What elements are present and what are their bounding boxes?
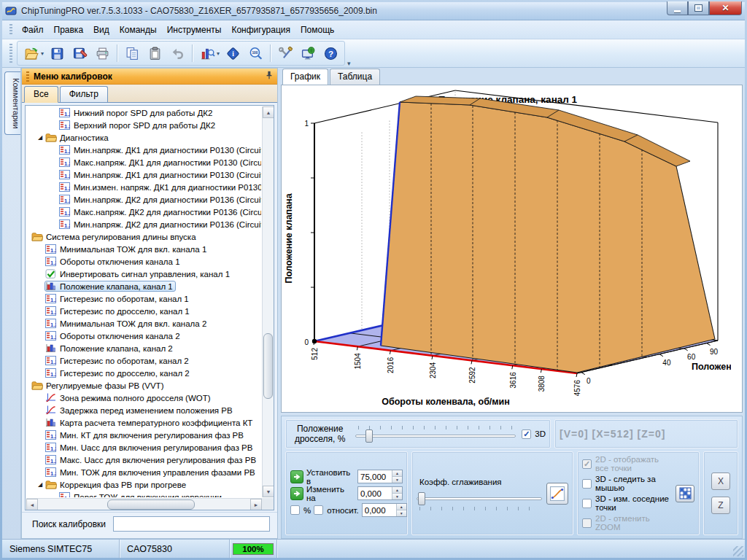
resize-grip[interactable] bbox=[733, 546, 743, 556]
tree-item[interactable]: Система регулирования длины впуска bbox=[26, 230, 261, 243]
tree-item[interactable]: 1.2Обороты отключения канала 2 bbox=[26, 330, 261, 342]
help-icon[interactable]: ? bbox=[320, 43, 341, 63]
throttle-slider[interactable] bbox=[355, 429, 516, 443]
toolbar-grip[interactable] bbox=[9, 44, 12, 63]
spin-down-icon[interactable]: ▼ bbox=[392, 476, 402, 483]
tree-item-selected[interactable]: Положение клапана, канал 1 bbox=[26, 280, 261, 292]
tree-item[interactable]: 1.2Порог ТОЖ для включения коррекции bbox=[26, 491, 261, 497]
spin-up-icon[interactable]: ▲ bbox=[397, 504, 406, 510]
tab-all[interactable]: Все bbox=[24, 86, 58, 103]
tree-item[interactable]: 1.2Гистерезис по оборотам, канал 2 bbox=[26, 354, 261, 367]
vertical-scroll-thumb[interactable] bbox=[263, 333, 273, 399]
spin-down-icon[interactable]: ▼ bbox=[392, 493, 402, 499]
smoothing-slider[interactable] bbox=[417, 492, 542, 505]
tab-filter[interactable]: Фильтр bbox=[60, 86, 108, 102]
open-file-icon[interactable] bbox=[20, 43, 42, 63]
scroll-right-icon[interactable]: ► bbox=[250, 499, 262, 510]
tree-item[interactable]: 1.2Мин. ТОЖ для включения управления фаз… bbox=[26, 466, 261, 478]
option-checkbox[interactable]: 3D - следить за мышью bbox=[582, 475, 673, 492]
expander-icon[interactable]: ◢ bbox=[36, 134, 44, 141]
menu-помощь[interactable]: Помощь bbox=[295, 22, 339, 38]
tree-item[interactable]: 1.2Мин. Uacc для включения регулирования… bbox=[26, 441, 261, 454]
relative-checkbox[interactable]: относит. bbox=[314, 505, 359, 515]
title-bar[interactable]: ChipTuningPRO ver.7.5.3.1033 - CAO75830_… bbox=[2, 2, 745, 20]
panel-grip[interactable] bbox=[26, 71, 29, 82]
apply-change-button[interactable] bbox=[290, 487, 303, 500]
3d-surface-chart[interactable]: Положение клапана, канал 1 bbox=[282, 85, 731, 413]
scroll-up-icon[interactable]: ▲ bbox=[263, 106, 274, 118]
tab-graph[interactable]: График bbox=[282, 69, 328, 85]
search-input[interactable] bbox=[113, 516, 270, 532]
menu-вид[interactable]: Вид bbox=[88, 22, 115, 38]
tree-item[interactable]: Задержка перед изменением положения РВ bbox=[26, 404, 261, 416]
tree-item[interactable]: Карта расчета температурного коэффициент… bbox=[26, 416, 261, 429]
tree-item[interactable]: 1.2Нижний порог SPD для работы ДК2 bbox=[26, 106, 261, 119]
option-checkbox[interactable]: 3D - изм. соседние точки bbox=[582, 494, 673, 512]
tree-item[interactable]: 1.2Мин.напряж. ДК2 для диагностики P0136… bbox=[26, 193, 261, 206]
tree-item[interactable]: 1.2Гистерезис по дросселю, канал 1 bbox=[26, 305, 261, 317]
relative-value-input[interactable] bbox=[363, 504, 396, 516]
undo-icon[interactable] bbox=[166, 43, 188, 63]
change-value-spinner[interactable]: ▲▼ bbox=[357, 486, 403, 500]
menu-команды[interactable]: Команды bbox=[115, 22, 162, 38]
tree-item[interactable]: Инвертировать сигнал управления, канал 1 bbox=[26, 268, 261, 280]
horizontal-scroll-thumb[interactable] bbox=[107, 499, 195, 510]
tree-item[interactable]: 1.2Обороты отключения канала 1 bbox=[26, 255, 261, 268]
pin-icon[interactable] bbox=[266, 71, 273, 82]
menu-grip[interactable] bbox=[9, 24, 12, 36]
apply-set-button[interactable] bbox=[290, 470, 303, 483]
menu-инструменты[interactable]: Инструменты bbox=[162, 22, 227, 38]
menu-правка[interactable]: Правка bbox=[49, 22, 89, 38]
tree-item[interactable]: 1.2Мин.напряж. ДК2 для диагностики P0136… bbox=[26, 218, 261, 230]
connect-ecu-icon[interactable] bbox=[297, 43, 319, 63]
tree-item[interactable]: ◢Диагностика bbox=[26, 131, 261, 144]
tools-icon[interactable] bbox=[274, 43, 296, 63]
print-icon[interactable] bbox=[91, 43, 113, 63]
relative-value-spinner[interactable]: ▲▼ bbox=[362, 503, 407, 517]
toolbar-overflow-icon[interactable]: ▾ bbox=[345, 60, 353, 67]
tree-item[interactable]: Зона режима полного дросселя (WOT) bbox=[26, 392, 261, 404]
set-value-input[interactable] bbox=[358, 470, 392, 483]
scroll-down-icon[interactable]: ▼ bbox=[263, 486, 274, 497]
tree-item[interactable]: 1.2Мин. КТ для включения регулирования ф… bbox=[26, 429, 261, 441]
comments-tab[interactable]: Комментарии bbox=[4, 71, 20, 135]
spin-down-icon[interactable]: ▼ bbox=[397, 510, 406, 516]
tab-table[interactable]: Таблица bbox=[330, 69, 380, 85]
scroll-left-icon[interactable]: ◄ bbox=[26, 499, 38, 510]
copy-icon[interactable] bbox=[121, 43, 143, 63]
menu-конфигурация[interactable]: Конфигурация bbox=[226, 22, 295, 38]
info-icon[interactable]: i bbox=[222, 43, 244, 63]
tree-item[interactable]: 1.2Мин.напряж. ДК1 для диагностики P0130… bbox=[26, 168, 261, 181]
close-button[interactable]: ✕ bbox=[709, 1, 742, 15]
tree-horizontal-scrollbar[interactable]: ◄ ► bbox=[26, 498, 262, 510]
dropdown-caret-icon[interactable]: ▾ bbox=[217, 50, 220, 57]
tree-item[interactable]: ◢Коррекция фаз РВ при прогреве bbox=[26, 478, 261, 491]
3d-checkbox[interactable]: 3D bbox=[522, 429, 546, 439]
grid-edit-button[interactable] bbox=[676, 485, 694, 502]
paste-icon[interactable] bbox=[144, 43, 166, 63]
expander-icon[interactable]: ◢ bbox=[36, 481, 44, 488]
tree-item[interactable]: 1.2Мин.измен. напряж. ДК1 для диагностик… bbox=[26, 181, 261, 193]
tree-item[interactable]: 1.2Гистерезис по дросселю, канал 2 bbox=[26, 367, 261, 379]
z-axis-button[interactable]: Z bbox=[711, 497, 730, 514]
slider-thumb[interactable] bbox=[418, 492, 425, 505]
slider-thumb[interactable] bbox=[365, 429, 373, 443]
tree-item[interactable]: 1.2Макс.напряж. ДК1 для диагностики P013… bbox=[26, 156, 261, 168]
spin-up-icon[interactable]: ▲ bbox=[392, 487, 402, 493]
percent-checkbox[interactable]: % bbox=[290, 505, 311, 515]
tree-item[interactable]: 1.2Минимальная ТОЖ для вкл. канала 2 bbox=[26, 317, 261, 330]
tree-item[interactable]: 1.2Макс.напряж. ДК2 для диагностики P013… bbox=[26, 206, 261, 218]
tree-item[interactable]: 1.2Минимальная ТОЖ для вкл. канала 1 bbox=[26, 243, 261, 255]
preview-icon[interactable]: 100 bbox=[244, 43, 266, 63]
smooth-apply-button[interactable] bbox=[546, 483, 568, 505]
tree-item[interactable]: 1.2Верхний порог SPD для работы ДК2 bbox=[26, 119, 261, 131]
minimize-button[interactable] bbox=[667, 1, 688, 15]
tree-vertical-scrollbar[interactable]: ▲ ▼ bbox=[262, 106, 274, 497]
compare-maps-icon[interactable] bbox=[196, 43, 218, 63]
spin-up-icon[interactable]: ▲ bbox=[392, 470, 402, 476]
tree-item[interactable]: 1.2Мин.напряж. ДК1 для диагностики P0130… bbox=[26, 144, 261, 156]
save-icon[interactable] bbox=[46, 43, 68, 63]
tree-item[interactable]: 1.2Макс. Uacc для включения регулировани… bbox=[26, 454, 261, 466]
set-value-spinner[interactable]: ▲▼ bbox=[357, 470, 403, 483]
maximize-button[interactable] bbox=[688, 1, 709, 15]
